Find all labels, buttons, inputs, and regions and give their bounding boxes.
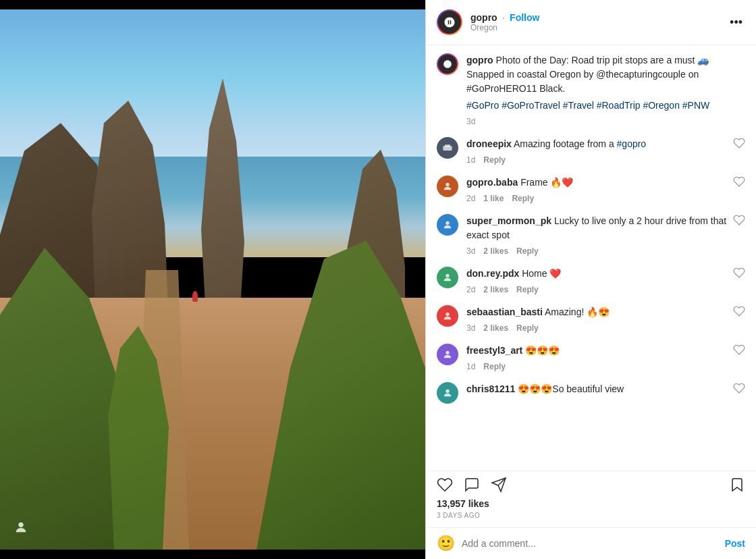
like-button[interactable] bbox=[733, 214, 745, 228]
comment-username: gopro.baba bbox=[466, 177, 518, 188]
comment-username: droneepix bbox=[466, 138, 512, 149]
comment-time: 1d bbox=[466, 155, 475, 165]
comment-action-button[interactable] bbox=[464, 477, 480, 493]
comment-meta: 1d Reply bbox=[466, 155, 733, 165]
comment-time: 3d bbox=[466, 323, 475, 333]
comment-avatar bbox=[437, 382, 458, 404]
add-comment-bar: 🙂 Post bbox=[426, 527, 756, 559]
person-icon bbox=[14, 520, 28, 539]
content-panel: gopro ● Follow Oregon ••• gopro Phot bbox=[425, 0, 756, 559]
comment-body: Amazing footage from a bbox=[514, 138, 617, 149]
header-username: gopro bbox=[470, 12, 497, 23]
comment-likes-count: 2 likes bbox=[483, 285, 508, 294]
comments-area[interactable]: gopro Photo of the Day: Road trip pit st… bbox=[426, 45, 756, 471]
svg-point-8 bbox=[446, 390, 449, 393]
comment-username: don.rey.pdx bbox=[466, 268, 519, 279]
comment-text: freestyl3_art 😍😍😍 bbox=[466, 344, 733, 358]
comment-content: super_mormon_pk Lucky to live only a 2 h… bbox=[466, 214, 733, 256]
comment-avatar bbox=[437, 267, 458, 288]
likes-count: 13,957 likes bbox=[437, 498, 745, 509]
comment-body: Home ❤️ bbox=[522, 268, 561, 279]
comment-username: super_mormon_pk bbox=[466, 215, 551, 226]
post-time: 3 DAYS AGO bbox=[437, 512, 745, 519]
main-comment-text: gopro Photo of the Day: Road trip pit st… bbox=[466, 53, 745, 96]
comment-row: droneepix Amazing footage from a #gopro … bbox=[437, 137, 745, 165]
svg-point-4 bbox=[446, 221, 449, 225]
comment-likes-count: 1 like bbox=[483, 194, 504, 203]
share-action-button[interactable] bbox=[491, 477, 507, 493]
comment-meta: 3d 2 likes Reply bbox=[466, 323, 733, 333]
comment-likes-count: 2 likes bbox=[483, 323, 508, 333]
comment-content: chris81211 😍😍😍So beautiful view bbox=[466, 382, 733, 396]
post-author-avatar bbox=[437, 53, 458, 75]
comment-time: 1d bbox=[466, 362, 475, 371]
like-button[interactable] bbox=[733, 176, 745, 190]
more-options-button[interactable]: ••• bbox=[727, 16, 745, 30]
follow-button[interactable]: Follow bbox=[510, 12, 539, 23]
comment-row: freestyl3_art 😍😍😍 1d Reply bbox=[437, 344, 745, 371]
header-dot: ● bbox=[503, 16, 504, 20]
comment-text: super_mormon_pk Lucky to live only a 2 h… bbox=[466, 214, 733, 242]
emoji-button[interactable]: 🙂 bbox=[437, 535, 455, 552]
like-button[interactable] bbox=[733, 305, 745, 319]
avatar bbox=[437, 9, 462, 35]
comment-row: chris81211 😍😍😍So beautiful view bbox=[437, 382, 745, 404]
svg-point-0 bbox=[18, 523, 23, 527]
comment-row: don.rey.pdx Home ❤️ 2d 2 likes Reply bbox=[437, 267, 745, 294]
hashtag-text: #GoPro #GoProTravel #Travel #RoadTrip #O… bbox=[466, 100, 709, 111]
comment-username: sebaastian_basti bbox=[466, 307, 543, 317]
header-info: gopro ● Follow Oregon bbox=[470, 12, 719, 32]
reply-button[interactable]: Reply bbox=[516, 285, 539, 294]
comment-meta: 2d 1 like Reply bbox=[466, 194, 733, 203]
main-comment-hashtags: #GoPro #GoProTravel #Travel #RoadTrip #O… bbox=[466, 99, 745, 113]
avatar-inner bbox=[438, 11, 461, 34]
reply-button[interactable]: Reply bbox=[483, 362, 506, 371]
like-button[interactable] bbox=[733, 382, 745, 396]
comment-text: sebaastian_basti Amazing! 🔥😍 bbox=[466, 305, 733, 319]
header-location: Oregon bbox=[470, 23, 719, 32]
like-button[interactable] bbox=[733, 267, 745, 281]
svg-point-3 bbox=[446, 183, 449, 186]
comment-avatar bbox=[437, 176, 458, 197]
comment-time: 2d bbox=[466, 194, 475, 203]
comment-body: 😍😍😍 bbox=[525, 345, 560, 356]
comment-hashtag: #gopro bbox=[617, 138, 647, 149]
svg-point-7 bbox=[446, 351, 449, 354]
header-username-row: gopro ● Follow bbox=[470, 12, 719, 23]
comment-body: Frame 🔥❤️ bbox=[520, 177, 573, 188]
reply-button[interactable]: Reply bbox=[512, 194, 534, 203]
bookmark-action-button[interactable] bbox=[729, 477, 745, 493]
comment-content: sebaastian_basti Amazing! 🔥😍 3d 2 likes … bbox=[466, 305, 733, 333]
comment-username: freestyl3_art bbox=[466, 345, 522, 356]
svg-point-5 bbox=[446, 274, 449, 277]
main-comment-meta: 3d bbox=[466, 117, 745, 126]
comment-body: 😍😍😍So beautiful view bbox=[518, 383, 624, 394]
comment-input[interactable] bbox=[462, 538, 725, 549]
main-comment-content: gopro Photo of the Day: Road trip pit st… bbox=[466, 53, 745, 126]
comment-avatar bbox=[437, 137, 458, 159]
main-post-comment: gopro Photo of the Day: Road trip pit st… bbox=[437, 53, 745, 126]
comment-text: gopro.baba Frame 🔥❤️ bbox=[466, 176, 733, 190]
comment-text: chris81211 😍😍😍So beautiful view bbox=[466, 382, 733, 396]
comment-meta: 2d 2 likes Reply bbox=[466, 285, 733, 294]
post-comment-button[interactable]: Post bbox=[725, 538, 745, 549]
comment-likes-count: 2 likes bbox=[483, 246, 508, 256]
reply-button[interactable]: Reply bbox=[516, 323, 539, 333]
main-comment-time: 3d bbox=[466, 117, 475, 126]
like-button[interactable] bbox=[733, 344, 745, 358]
main-comment-username: gopro bbox=[466, 55, 493, 65]
like-action-button[interactable] bbox=[437, 477, 453, 493]
main-comment-body: Photo of the Day: Road trip pit stops ar… bbox=[466, 55, 709, 94]
reply-button[interactable]: Reply bbox=[483, 155, 506, 165]
comment-text: droneepix Amazing footage from a #gopro bbox=[466, 137, 733, 151]
comment-content: don.rey.pdx Home ❤️ 2d 2 likes Reply bbox=[466, 267, 733, 294]
comment-username: chris81211 bbox=[466, 383, 515, 394]
comment-row: super_mormon_pk Lucky to live only a 2 h… bbox=[437, 214, 745, 256]
reply-button[interactable]: Reply bbox=[516, 246, 539, 256]
comment-meta: 3d 2 likes Reply bbox=[466, 246, 733, 256]
svg-rect-2 bbox=[445, 144, 450, 147]
svg-point-6 bbox=[446, 313, 449, 316]
comment-avatar bbox=[437, 305, 458, 327]
comment-content: freestyl3_art 😍😍😍 1d Reply bbox=[466, 344, 733, 371]
like-button[interactable] bbox=[733, 137, 745, 151]
